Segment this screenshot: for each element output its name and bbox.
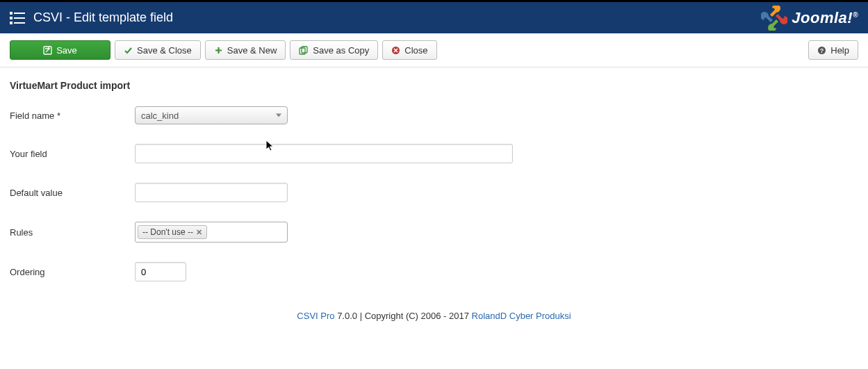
chevron-down-icon bbox=[276, 114, 281, 117]
row-ordering: Ordering bbox=[10, 262, 858, 281]
rules-tag-label: -- Don't use -- bbox=[142, 227, 193, 237]
svg-rect-3 bbox=[14, 17, 25, 19]
page-title: CSVI - Edit template field bbox=[33, 10, 761, 25]
toolbar: Save Save & Close Save & New Save as Cop… bbox=[0, 33, 868, 67]
cancel-icon bbox=[391, 46, 400, 55]
save-close-button[interactable]: Save & Close bbox=[115, 40, 201, 60]
close-button[interactable]: Close bbox=[382, 40, 436, 60]
save-button[interactable]: Save bbox=[10, 40, 110, 60]
brand-text: Joomla!® bbox=[792, 9, 858, 27]
svg-rect-4 bbox=[10, 22, 13, 24]
save-label: Save bbox=[56, 45, 77, 56]
footer-mid: 7.0.0 | Copyright (C) 2006 - 2017 bbox=[335, 311, 472, 321]
apply-icon bbox=[43, 46, 52, 55]
joomla-icon bbox=[761, 6, 787, 31]
check-icon bbox=[124, 46, 133, 55]
field-name-select[interactable]: calc_kind bbox=[135, 106, 288, 124]
brand-logo: Joomla!® bbox=[761, 6, 858, 31]
save-new-label: Save & New bbox=[227, 45, 277, 56]
label-ordering: Ordering bbox=[10, 267, 135, 277]
row-default-value: Default value bbox=[10, 183, 858, 202]
svg-text:?: ? bbox=[820, 47, 824, 54]
app-header: CSVI - Edit template field Joomla!® bbox=[0, 2, 868, 33]
save-close-label: Save & Close bbox=[137, 45, 192, 56]
your-field-input[interactable] bbox=[135, 144, 513, 163]
save-copy-label: Save as Copy bbox=[313, 45, 369, 56]
save-new-button[interactable]: Save & New bbox=[205, 40, 286, 60]
copy-icon bbox=[299, 46, 309, 55]
svg-rect-5 bbox=[14, 22, 25, 24]
tag-remove-icon[interactable]: ✕ bbox=[196, 228, 202, 237]
save-copy-button[interactable]: Save as Copy bbox=[290, 40, 378, 60]
svg-rect-2 bbox=[10, 17, 13, 19]
label-rules: Rules bbox=[10, 227, 135, 238]
svg-rect-7 bbox=[300, 48, 305, 54]
help-button[interactable]: ? Help bbox=[808, 40, 858, 60]
label-default-value: Default value bbox=[10, 188, 135, 198]
rules-multiselect[interactable]: -- Don't use -- ✕ bbox=[135, 222, 288, 243]
footer-link-rolandd[interactable]: RolandD Cyber Produksi bbox=[472, 311, 571, 321]
section-title: VirtueMart Product import bbox=[10, 80, 858, 91]
ordering-input[interactable] bbox=[135, 262, 186, 281]
row-field-name: Field name * calc_kind bbox=[10, 106, 858, 124]
close-label: Close bbox=[404, 45, 427, 56]
plus-icon bbox=[214, 46, 223, 55]
svg-rect-1 bbox=[14, 13, 25, 14]
default-value-input[interactable] bbox=[135, 183, 288, 202]
menu-icon[interactable] bbox=[10, 12, 25, 24]
footer: CSVI Pro 7.0.0 | Copyright (C) 2006 - 20… bbox=[10, 301, 858, 349]
row-your-field: Your field bbox=[10, 144, 858, 163]
rules-tag: -- Don't use -- ✕ bbox=[138, 225, 207, 239]
help-label: Help bbox=[830, 45, 849, 56]
help-icon: ? bbox=[817, 46, 826, 55]
svg-rect-0 bbox=[10, 12, 13, 15]
label-your-field: Your field bbox=[10, 149, 135, 159]
footer-link-csvi[interactable]: CSVI Pro bbox=[297, 311, 334, 321]
field-name-value: calc_kind bbox=[141, 110, 179, 121]
svg-rect-8 bbox=[302, 47, 307, 53]
main-content: VirtueMart Product import Field name * c… bbox=[0, 67, 868, 369]
row-rules: Rules -- Don't use -- ✕ bbox=[10, 222, 858, 243]
label-field-name: Field name * bbox=[10, 110, 135, 121]
